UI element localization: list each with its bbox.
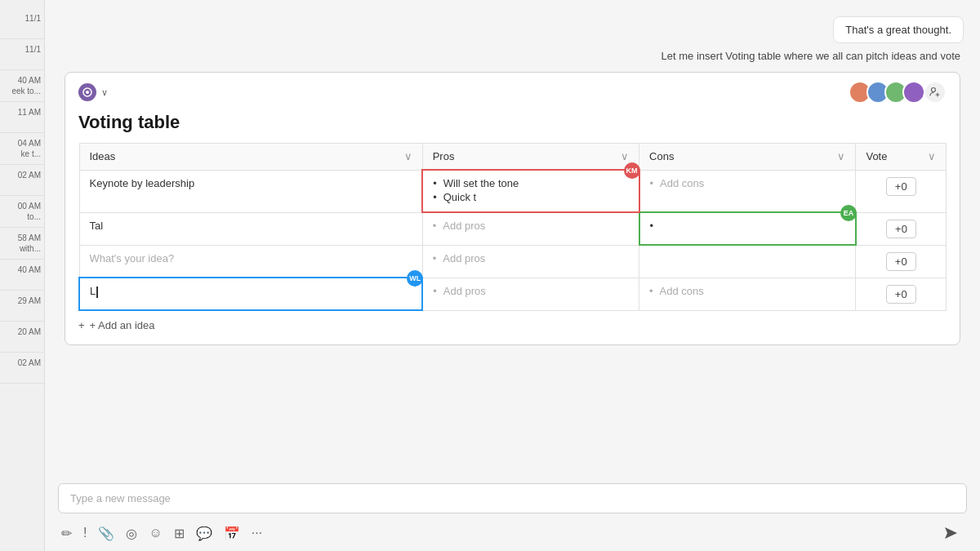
col-header-pros: Pros ∨ <box>422 144 639 171</box>
voting-card: ∨ Voting table <box>65 72 960 345</box>
toolbar-icons: ✏ ! 📎 ◎ ☺ ⊞ 💬 📅 ··· <box>61 526 262 541</box>
vote-button-3[interactable]: +0 <box>886 252 916 271</box>
loop-icon <box>78 83 96 101</box>
pros-bullet-2: Quick t <box>433 191 628 203</box>
chat-bubble: That's a great thought. <box>833 16 964 43</box>
add-idea-label: + Add an idea <box>90 319 155 331</box>
cons-cell-3[interactable] <box>639 245 856 278</box>
alert-icon[interactable]: ! <box>83 526 87 540</box>
sidebar-time-10: 29 AM <box>0 291 44 322</box>
svg-point-1 <box>86 91 89 94</box>
typing-cursor <box>96 287 98 298</box>
ideas-cell-3[interactable]: What's your idea? <box>79 245 422 278</box>
table-row: Tal Add pros EA • +0 <box>79 212 947 245</box>
add-members-button[interactable] <box>924 81 947 104</box>
table-row: Keynote by leadership KM Will set the to… <box>79 170 947 212</box>
format-icon[interactable]: ✏ <box>61 526 72 541</box>
add-idea-button[interactable]: + + Add an idea <box>65 311 960 331</box>
ideas-cell-4[interactable]: WL L <box>79 278 422 310</box>
vote-button-4[interactable]: +0 <box>886 285 916 304</box>
vote-chevron-icon: ∨ <box>928 150 936 162</box>
col-header-ideas: Ideas ∨ <box>79 144 422 171</box>
ideas-cell-1: Keynote by leadership <box>79 170 422 212</box>
vote-cell-1: +0 <box>856 170 947 212</box>
send-button[interactable] <box>938 520 964 546</box>
card-header: ∨ <box>65 73 960 109</box>
pros-cell-4[interactable]: Add pros <box>422 278 639 310</box>
sidebar-time-1: 11/1 <box>0 8 44 39</box>
schedule-icon[interactable]: 📅 <box>224 526 240 541</box>
pros-placeholder-4: Add pros <box>433 285 629 297</box>
table-container: Ideas ∨ Pros ∨ <box>65 143 960 311</box>
idea-placeholder-3: What's your idea? <box>90 252 175 264</box>
attach-icon[interactable]: 📎 <box>98 526 114 541</box>
cons-chevron-icon: ∨ <box>837 150 845 162</box>
cons-placeholder-1: Add cons <box>650 177 846 189</box>
sidebar-time-2: 11/1 <box>0 39 44 70</box>
message-input[interactable]: Type a new message <box>58 483 967 513</box>
sidebar-time-8: 58 AMwith... <box>0 228 44 260</box>
toolbar-row: ✏ ! 📎 ◎ ☺ ⊞ 💬 📅 ··· <box>58 520 967 546</box>
col-header-vote: Vote ∨ <box>856 144 947 171</box>
vote-button-1[interactable]: +0 <box>886 177 916 196</box>
message-placeholder: Type a new message <box>70 492 171 504</box>
vote-cell-2: +0 <box>856 212 947 245</box>
pros-placeholder-3: Add pros <box>433 252 629 264</box>
ea-cursor-badge: EA <box>840 205 857 221</box>
bubble-text: That's a great thought. <box>845 24 951 36</box>
table-row: What's your idea? Add pros +0 <box>79 245 947 278</box>
chevron-down-icon: ∨ <box>101 87 108 98</box>
table-row: WL L Add pros Add cons +0 <box>79 278 947 310</box>
avatars-row <box>849 81 947 104</box>
sidebar-time-7: 00 AMto... <box>0 196 44 228</box>
ideas-cell-2: Tal <box>79 212 422 245</box>
bubble-container: That's a great thought. <box>61 16 964 43</box>
table-header-row: Ideas ∨ Pros ∨ <box>79 144 947 171</box>
cons-cell-2[interactable]: EA • <box>639 212 856 245</box>
pros-bullet-1: Will set the tone <box>433 177 628 189</box>
pros-cell-3[interactable]: Add pros <box>422 245 639 278</box>
km-cursor-badge: KM <box>624 162 640 179</box>
more-icon[interactable]: ··· <box>252 526 262 540</box>
cons-placeholder-4: Add cons <box>649 285 845 297</box>
voting-table: Ideas ∨ Pros ∨ <box>78 143 947 311</box>
pros-placeholder-2: Add pros <box>433 220 629 232</box>
system-message: Let me insert Voting table where we all … <box>61 50 964 62</box>
pros-cell-2[interactable]: Add pros <box>422 212 639 245</box>
sidebar: 11/1 11/1 40 AMeek to... 11 AM 04 AMke t… <box>0 0 45 551</box>
sticker-icon[interactable]: 💬 <box>196 526 212 541</box>
sidebar-time-3: 40 AMeek to... <box>0 70 44 102</box>
system-message-text: Let me insert Voting table where we all … <box>662 50 960 62</box>
cons-cell-4[interactable]: Add cons <box>639 278 856 310</box>
giphy-icon[interactable]: ⊞ <box>174 526 185 541</box>
avatar-4 <box>902 81 925 104</box>
sidebar-time-5: 04 AMke t... <box>0 133 44 165</box>
pros-chevron-icon: ∨ <box>621 150 629 162</box>
main-area: That's a great thought. Let me insert Vo… <box>45 0 980 551</box>
message-input-area: Type a new message ✏ ! 📎 ◎ ☺ ⊞ 💬 📅 ··· <box>45 477 980 551</box>
col-header-cons: Cons ∨ <box>639 144 856 171</box>
cons-cell-1[interactable]: Add cons <box>639 170 856 212</box>
vote-cell-3: +0 <box>856 245 947 278</box>
sidebar-time-9: 40 AM <box>0 260 44 291</box>
sidebar-time-6: 02 AM <box>0 165 44 196</box>
pros-cell-1[interactable]: KM Will set the tone Quick t <box>422 170 639 212</box>
cons-bullet-2: • <box>650 220 654 232</box>
ideas-chevron-icon: ∨ <box>404 150 412 162</box>
card-header-left: ∨ <box>78 83 108 101</box>
chat-area: That's a great thought. Let me insert Vo… <box>45 0 980 477</box>
svg-point-2 <box>932 88 936 92</box>
sidebar-time-4: 11 AM <box>0 102 44 133</box>
plus-icon: + <box>78 319 85 331</box>
vote-cell-4: +0 <box>856 278 947 310</box>
loop-toolbar-icon[interactable]: ◎ <box>126 526 137 541</box>
sidebar-time-11: 20 AM <box>0 322 44 353</box>
vote-button-2[interactable]: +0 <box>886 220 916 238</box>
voting-table-title: Voting table <box>65 109 960 143</box>
sidebar-time-12: 02 AM <box>0 353 44 384</box>
emoji-icon[interactable]: ☺ <box>149 526 162 540</box>
wl-cursor-badge: WL <box>407 270 423 287</box>
